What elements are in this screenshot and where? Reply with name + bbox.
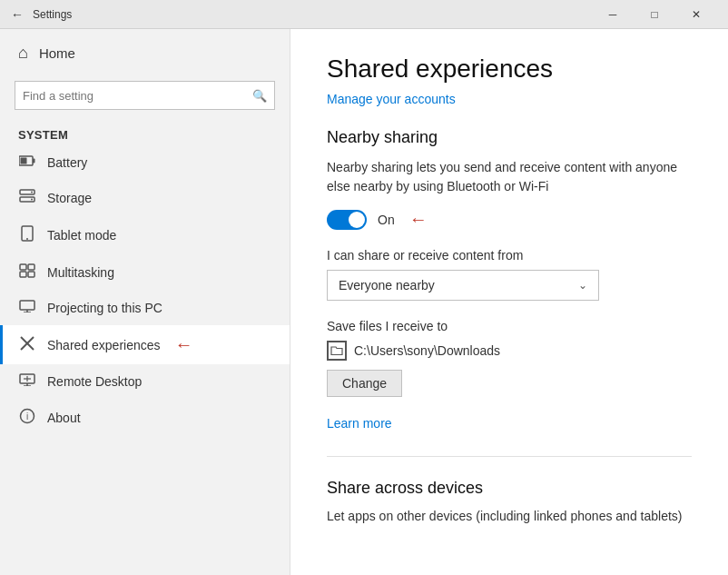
search-box[interactable]: 🔍 bbox=[15, 81, 275, 110]
toggle-row: On ← bbox=[327, 209, 692, 230]
about-icon: i bbox=[18, 408, 36, 428]
search-icon: 🔍 bbox=[252, 89, 267, 103]
svg-rect-10 bbox=[28, 264, 34, 270]
file-path-row: C:\Users\sony\Downloads bbox=[327, 341, 692, 361]
svg-rect-1 bbox=[33, 159, 35, 164]
sidebar-item-projecting-label: Projecting to this PC bbox=[47, 301, 162, 315]
shared-experiences-icon bbox=[18, 335, 36, 355]
nearby-sharing-toggle[interactable] bbox=[327, 210, 367, 230]
multitasking-icon bbox=[18, 263, 36, 282]
share-across-devices-title: Share across devices bbox=[327, 479, 692, 498]
change-button[interactable]: Change bbox=[327, 370, 402, 397]
storage-icon bbox=[18, 189, 36, 207]
window-controls: ─ □ ✕ bbox=[592, 0, 717, 29]
file-path-text: C:\Users\sony\Downloads bbox=[354, 343, 500, 358]
sidebar-item-multitasking[interactable]: Multitasking bbox=[0, 254, 290, 291]
svg-point-6 bbox=[31, 199, 33, 201]
battery-icon bbox=[18, 154, 36, 171]
sidebar-item-battery[interactable]: Battery bbox=[0, 145, 290, 180]
sidebar-item-remote-desktop-label: Remote Desktop bbox=[47, 374, 142, 389]
sidebar-item-projecting[interactable]: Projecting to this PC bbox=[0, 291, 290, 325]
svg-rect-11 bbox=[20, 272, 26, 277]
save-files-label: Save files I receive to bbox=[327, 319, 692, 333]
toggle-label: On bbox=[378, 213, 395, 227]
sidebar-item-battery-label: Battery bbox=[47, 155, 87, 170]
back-button[interactable]: ← bbox=[11, 7, 24, 22]
learn-more-link[interactable]: Learn more bbox=[327, 416, 392, 431]
nearby-sharing-title: Nearby sharing bbox=[327, 128, 692, 147]
section-divider bbox=[327, 456, 692, 457]
sidebar-item-about[interactable]: i About bbox=[0, 399, 290, 437]
sidebar-item-tablet-label: Tablet mode bbox=[47, 228, 116, 243]
home-label: Home bbox=[39, 45, 75, 61]
share-across-devices-desc: Let apps on other devices (including lin… bbox=[327, 507, 692, 526]
dropdown-value: Everyone nearby bbox=[339, 278, 435, 292]
sidebar-item-about-label: About bbox=[47, 411, 81, 425]
titlebar-title: Settings bbox=[33, 8, 592, 21]
remote-desktop-icon bbox=[18, 373, 36, 390]
folder-icon bbox=[327, 341, 347, 361]
svg-point-8 bbox=[26, 238, 28, 240]
shared-experiences-arrow: ← bbox=[175, 334, 193, 355]
nearby-description: Nearby sharing lets you send and receive… bbox=[327, 158, 692, 196]
manage-accounts-link[interactable]: Manage your accounts bbox=[327, 92, 456, 106]
maximize-button[interactable]: □ bbox=[634, 0, 675, 29]
share-dropdown[interactable]: Everyone nearby ⌄ bbox=[327, 270, 599, 301]
sidebar-section-title: System bbox=[0, 121, 290, 145]
svg-rect-13 bbox=[20, 301, 34, 310]
tablet-mode-icon bbox=[18, 225, 36, 245]
projecting-icon bbox=[18, 300, 36, 316]
sidebar-item-multitasking-label: Multitasking bbox=[47, 265, 114, 280]
svg-rect-12 bbox=[28, 272, 34, 277]
home-icon: ⌂ bbox=[18, 44, 28, 63]
toggle-arrow-indicator: ← bbox=[409, 209, 428, 230]
toggle-knob bbox=[349, 212, 365, 228]
sidebar-item-tablet-mode[interactable]: Tablet mode bbox=[0, 216, 290, 254]
titlebar: ← Settings ─ □ ✕ bbox=[0, 0, 728, 29]
svg-text:i: i bbox=[26, 411, 28, 421]
share-from-label: I can share or receive content from bbox=[327, 248, 692, 263]
close-button[interactable]: ✕ bbox=[675, 0, 717, 29]
chevron-down-icon: ⌄ bbox=[578, 279, 587, 292]
app-container: ⌂ Home 🔍 System Battery Storage bbox=[0, 29, 728, 575]
svg-rect-2 bbox=[21, 158, 27, 164]
sidebar-item-remote-desktop[interactable]: Remote Desktop bbox=[0, 364, 290, 399]
sidebar-item-shared-experiences[interactable]: Shared experiences ← bbox=[0, 325, 290, 364]
minimize-button[interactable]: ─ bbox=[592, 0, 634, 29]
sidebar-item-storage[interactable]: Storage bbox=[0, 180, 290, 216]
main-content: Shared experiences Manage your accounts … bbox=[290, 29, 728, 575]
search-input[interactable] bbox=[23, 89, 252, 103]
svg-rect-9 bbox=[20, 264, 26, 270]
sidebar: ⌂ Home 🔍 System Battery Storage bbox=[0, 29, 290, 575]
svg-point-5 bbox=[31, 192, 33, 193]
sidebar-item-home[interactable]: ⌂ Home bbox=[0, 29, 290, 77]
sidebar-item-storage-label: Storage bbox=[47, 191, 92, 205]
page-title: Shared experiences bbox=[327, 55, 692, 84]
sidebar-item-shared-experiences-label: Shared experiences bbox=[47, 338, 161, 352]
